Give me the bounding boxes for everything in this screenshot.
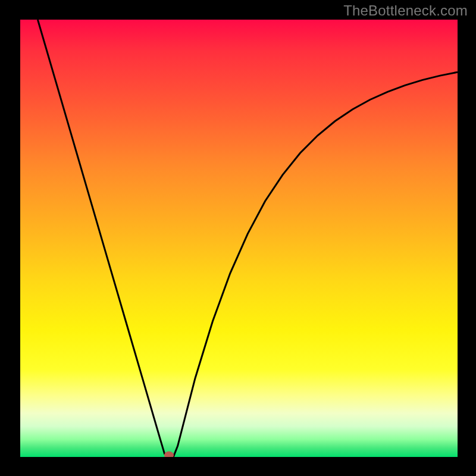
bottleneck-curve	[20, 20, 458, 457]
chart-frame: TheBottleneck.com	[0, 0, 476, 476]
minimum-marker	[164, 452, 174, 458]
plot-area	[20, 20, 458, 457]
watermark-text: TheBottleneck.com	[343, 2, 468, 19]
